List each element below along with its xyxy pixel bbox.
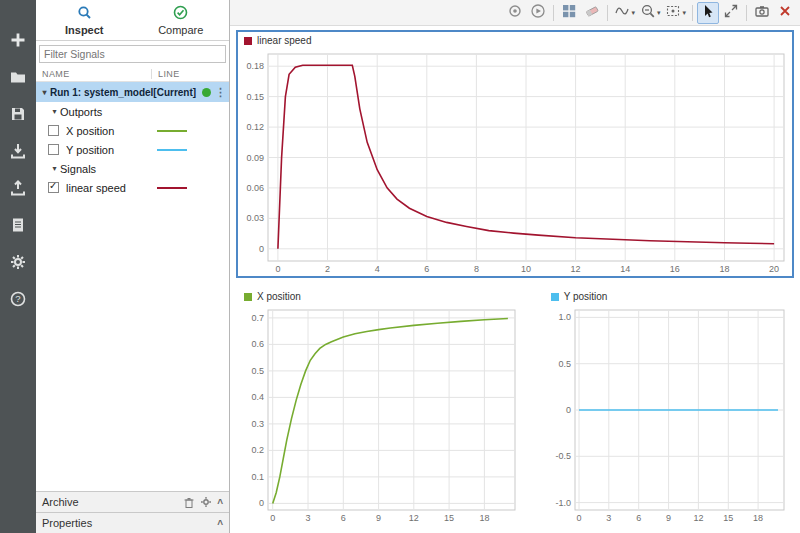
svg-text:1.0: 1.0 bbox=[558, 312, 571, 322]
svg-text:0.7: 0.7 bbox=[251, 313, 264, 323]
zoom-out-magnifier-icon bbox=[640, 3, 656, 23]
signal-style-button[interactable]: ▾ bbox=[612, 2, 637, 24]
signal-row-x-position[interactable]: X position bbox=[36, 121, 229, 140]
properties-collapse-chevron-icon[interactable]: ^ bbox=[217, 520, 223, 530]
svg-text:18: 18 bbox=[719, 264, 729, 274]
svg-text:18: 18 bbox=[479, 513, 489, 523]
archive-settings-gear-icon[interactable] bbox=[200, 496, 212, 508]
pointer-tool-button[interactable] bbox=[697, 2, 719, 24]
save-button[interactable] bbox=[4, 102, 32, 130]
toolbar-separator bbox=[553, 5, 554, 21]
svg-text:0.15: 0.15 bbox=[246, 92, 264, 102]
filter-signals-input[interactable] bbox=[39, 45, 226, 63]
svg-text:4: 4 bbox=[375, 264, 380, 274]
play-button[interactable] bbox=[527, 2, 549, 24]
panel-tabs: Inspect Compare bbox=[36, 0, 229, 41]
signal-checkbox[interactable] bbox=[48, 182, 59, 193]
plot-canvas-x-position[interactable]: 036912151800.10.20.30.40.50.60.7 bbox=[238, 305, 523, 525]
subplot-layout-button[interactable] bbox=[558, 2, 580, 24]
svg-text:15: 15 bbox=[444, 513, 454, 523]
archive-label: Archive bbox=[42, 496, 178, 508]
signal-browser-panel: Inspect Compare NAME LINE ▾ Run 1: syste… bbox=[36, 0, 230, 533]
fit-to-view-button[interactable]: ▾ bbox=[663, 2, 688, 24]
run-status-dot bbox=[202, 88, 211, 97]
archive-bar[interactable]: Archive ^ bbox=[36, 491, 229, 512]
group-expander-icon[interactable]: ▾ bbox=[49, 107, 60, 116]
archive-collapse-chevron-icon[interactable]: ^ bbox=[217, 499, 223, 509]
signal-row-y-position[interactable]: Y position bbox=[36, 140, 229, 159]
svg-text:0.1: 0.1 bbox=[251, 472, 264, 482]
add-icon bbox=[9, 31, 27, 53]
group-label: Outports bbox=[60, 106, 102, 118]
signal-name: linear speed bbox=[66, 182, 151, 194]
signal-line-swatch[interactable] bbox=[157, 149, 187, 151]
chart-linear-speed[interactable]: linear speed 0246810121416182000.030.060… bbox=[236, 30, 794, 278]
add-button[interactable] bbox=[4, 28, 32, 56]
subplot-layout-icon bbox=[561, 3, 577, 23]
import-button[interactable] bbox=[4, 139, 32, 167]
plot-canvas-y-position[interactable]: 0369121518-1.0-0.500.51.0 bbox=[545, 305, 792, 525]
tab-inspect[interactable]: Inspect bbox=[36, 0, 133, 40]
zoom-out-button[interactable]: ▾ bbox=[638, 2, 663, 24]
tab-compare[interactable]: Compare bbox=[133, 0, 230, 40]
preferences-button[interactable] bbox=[4, 250, 32, 278]
record-icon bbox=[507, 3, 523, 23]
camera-icon bbox=[754, 3, 770, 23]
fit-to-view-icon bbox=[665, 3, 681, 23]
signal-checkbox[interactable] bbox=[48, 125, 59, 136]
charts-region: linear speed 0246810121416182000.030.060… bbox=[230, 26, 800, 533]
panel-empty-space bbox=[36, 197, 229, 491]
close-button[interactable] bbox=[774, 2, 796, 24]
compare-check-icon bbox=[173, 5, 188, 22]
chart-x-position[interactable]: X position 036912151800.10.20.30.40.50.6… bbox=[236, 286, 525, 527]
chart-legend: X position bbox=[238, 288, 523, 305]
signal-row-linear-speed[interactable]: linear speed bbox=[36, 178, 229, 197]
clear-plots-button[interactable] bbox=[581, 2, 603, 24]
plot-toolbar: ▾ ▾ ▾ bbox=[230, 0, 800, 26]
export-button[interactable] bbox=[4, 176, 32, 204]
toolbar-separator bbox=[692, 5, 693, 21]
run-menu-icon[interactable]: ⋮ bbox=[215, 87, 226, 98]
svg-text:6: 6 bbox=[341, 513, 346, 523]
create-report-button[interactable] bbox=[4, 213, 32, 241]
save-icon bbox=[9, 105, 27, 127]
legend-label: Y position bbox=[564, 291, 608, 302]
svg-text:12: 12 bbox=[693, 513, 703, 523]
svg-text:0: 0 bbox=[275, 264, 280, 274]
gear-icon bbox=[9, 253, 27, 275]
trash-icon[interactable] bbox=[183, 496, 195, 509]
svg-text:0.2: 0.2 bbox=[251, 445, 264, 455]
column-header-line: LINE bbox=[151, 69, 229, 79]
signal-checkbox[interactable] bbox=[48, 144, 59, 155]
open-button[interactable] bbox=[4, 65, 32, 93]
import-icon bbox=[9, 142, 27, 164]
run-expander-icon[interactable]: ▾ bbox=[39, 88, 50, 97]
group-expander-icon[interactable]: ▾ bbox=[49, 164, 60, 173]
expand-arrows-icon bbox=[723, 3, 739, 23]
chart-legend: Y position bbox=[545, 288, 792, 305]
snapshot-button[interactable] bbox=[751, 2, 773, 24]
data-inspector-app: ? Inspect Compare NAME LINE ▾ Run 1: sys… bbox=[0, 0, 800, 533]
group-row-signals[interactable]: ▾ Signals bbox=[36, 159, 229, 178]
chart-y-position[interactable]: Y position 0369121518-1.0-0.500.51.0 bbox=[543, 286, 794, 527]
plot-canvas-linear-speed[interactable]: 0246810121416182000.030.060.090.120.150.… bbox=[238, 49, 792, 276]
signal-line-swatch[interactable] bbox=[157, 130, 187, 132]
group-row-outports[interactable]: ▾ Outports bbox=[36, 102, 229, 121]
svg-text:-1.0: -1.0 bbox=[555, 498, 571, 508]
help-button[interactable]: ? bbox=[4, 287, 32, 315]
maximize-button[interactable] bbox=[720, 2, 742, 24]
eraser-icon bbox=[584, 3, 600, 23]
signal-line-cell bbox=[151, 149, 229, 151]
record-button[interactable] bbox=[504, 2, 526, 24]
properties-bar[interactable]: Properties ^ bbox=[36, 512, 229, 533]
svg-text:8: 8 bbox=[474, 264, 479, 274]
properties-label: Properties bbox=[42, 517, 212, 529]
svg-text:0.18: 0.18 bbox=[246, 61, 264, 71]
svg-text:0.09: 0.09 bbox=[246, 153, 264, 163]
toolbar-separator bbox=[607, 5, 608, 21]
svg-text:0: 0 bbox=[576, 513, 581, 523]
run-row[interactable]: ▾ Run 1: system_model[Current] ⋮ bbox=[36, 82, 229, 102]
signal-name: X position bbox=[66, 125, 151, 137]
signal-line-swatch[interactable] bbox=[157, 187, 187, 189]
plot-area-main: ▾ ▾ ▾ linear speed 0246810121416182000.0… bbox=[230, 0, 800, 533]
